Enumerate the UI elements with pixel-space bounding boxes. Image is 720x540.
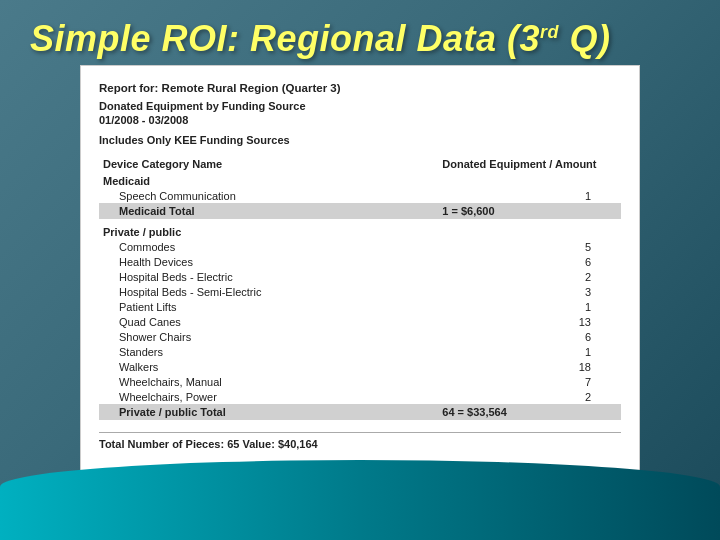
device-name: Hospital Beds - Electric bbox=[99, 269, 438, 284]
report-date: 01/2008 - 03/2008 bbox=[99, 114, 621, 126]
title-end: Q) bbox=[559, 18, 611, 59]
device-name: Standers bbox=[99, 344, 438, 359]
device-qty: 1 bbox=[438, 344, 621, 359]
section-total-row: Private / public Total 64 = $33,564 bbox=[99, 404, 621, 420]
spacer-row bbox=[99, 420, 621, 424]
section-name: Medicaid bbox=[99, 172, 621, 188]
table-row: Speech Communication 1 bbox=[99, 188, 621, 203]
table-row: Wheelchairs, Power 2 bbox=[99, 389, 621, 404]
section-total-row: Medicaid Total 1 = $6,600 bbox=[99, 203, 621, 219]
report-table: Device Category Name Donated Equipment /… bbox=[99, 156, 621, 424]
device-qty: 3 bbox=[438, 284, 621, 299]
device-qty: 7 bbox=[438, 374, 621, 389]
report-container: Report for: Remote Rural Region (Quarter… bbox=[80, 65, 640, 485]
device-name: Hospital Beds - Semi-Electric bbox=[99, 284, 438, 299]
table-row: Hospital Beds - Semi-Electric 3 bbox=[99, 284, 621, 299]
total-value: 64 = $33,564 bbox=[438, 404, 621, 420]
title-sup: rd bbox=[540, 22, 559, 42]
device-qty: 2 bbox=[438, 269, 621, 284]
table-row: Hospital Beds - Electric 2 bbox=[99, 269, 621, 284]
device-qty: 2 bbox=[438, 389, 621, 404]
report-subtitle: Donated Equipment by Funding Source bbox=[99, 100, 621, 112]
device-name: Wheelchairs, Power bbox=[99, 389, 438, 404]
report-header: Report for: Remote Rural Region (Quarter… bbox=[99, 82, 621, 94]
table-row: Health Devices 6 bbox=[99, 254, 621, 269]
device-qty: 6 bbox=[438, 329, 621, 344]
table-row: Commodes 5 bbox=[99, 239, 621, 254]
device-name: Patient Lifts bbox=[99, 299, 438, 314]
device-qty: 1 bbox=[438, 188, 621, 203]
report-footer: Total Number of Pieces: 65 Value: $40,16… bbox=[99, 432, 621, 450]
device-name: Health Devices bbox=[99, 254, 438, 269]
device-name: Quad Canes bbox=[99, 314, 438, 329]
device-name: Commodes bbox=[99, 239, 438, 254]
table-row: Patient Lifts 1 bbox=[99, 299, 621, 314]
section-name: Private / public bbox=[99, 223, 621, 239]
device-name: Shower Chairs bbox=[99, 329, 438, 344]
device-qty: 6 bbox=[438, 254, 621, 269]
device-name: Walkers bbox=[99, 359, 438, 374]
section-label-row: Medicaid bbox=[99, 172, 621, 188]
total-label: Medicaid Total bbox=[99, 203, 438, 219]
table-row: Quad Canes 13 bbox=[99, 314, 621, 329]
title-text: Simple ROI: Regional Data (3 bbox=[30, 18, 540, 59]
device-name: Speech Communication bbox=[99, 188, 438, 203]
col-header-amount: Donated Equipment / Amount bbox=[438, 156, 621, 172]
total-value: 1 = $6,600 bbox=[438, 203, 621, 219]
section-label-row: Private / public bbox=[99, 223, 621, 239]
bottom-decoration bbox=[0, 460, 720, 540]
col-header-device: Device Category Name bbox=[99, 156, 438, 172]
device-qty: 18 bbox=[438, 359, 621, 374]
device-name: Wheelchairs, Manual bbox=[99, 374, 438, 389]
report-filter: Includes Only KEE Funding Sources bbox=[99, 134, 621, 146]
total-label: Private / public Total bbox=[99, 404, 438, 420]
table-row: Wheelchairs, Manual 7 bbox=[99, 374, 621, 389]
page-title: Simple ROI: Regional Data (3rd Q) bbox=[0, 0, 720, 70]
device-qty: 5 bbox=[438, 239, 621, 254]
table-row: Walkers 18 bbox=[99, 359, 621, 374]
table-row: Shower Chairs 6 bbox=[99, 329, 621, 344]
device-qty: 1 bbox=[438, 299, 621, 314]
device-qty: 13 bbox=[438, 314, 621, 329]
table-row: Standers 1 bbox=[99, 344, 621, 359]
